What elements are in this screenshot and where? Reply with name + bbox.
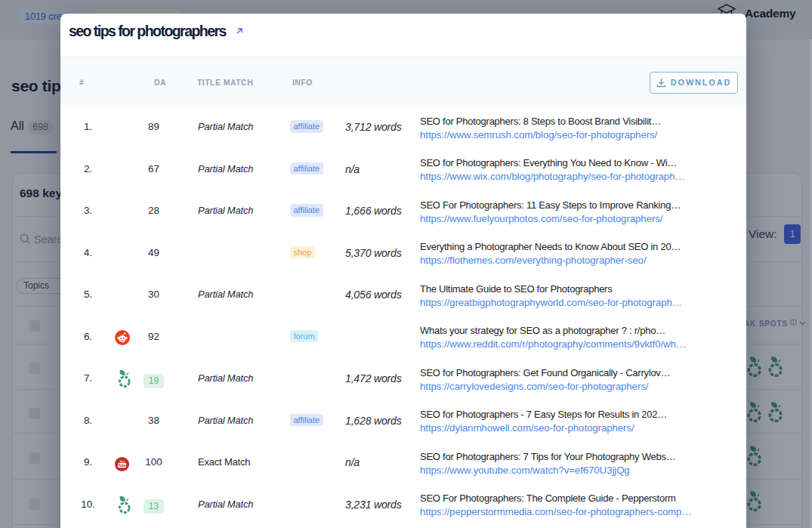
svg-text:Tube: Tube bbox=[118, 464, 126, 468]
svg-text:You: You bbox=[119, 459, 125, 462]
